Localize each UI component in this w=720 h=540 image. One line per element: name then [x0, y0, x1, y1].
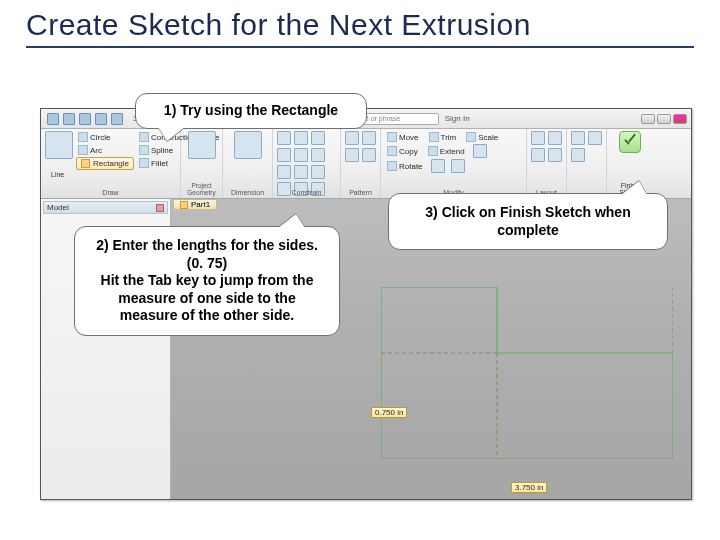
finish-sketch-button[interactable] [619, 131, 641, 153]
group-label-constrain: Constrain [277, 189, 336, 196]
signin-link[interactable]: Sign In [445, 114, 470, 123]
dimension-label: Dimension [231, 189, 264, 196]
pattern-icon[interactable] [345, 131, 359, 145]
move-tool[interactable]: Move [385, 131, 421, 143]
constraint-icon[interactable] [311, 165, 325, 179]
modify-icon[interactable] [431, 159, 445, 173]
canvas-tab-part1[interactable]: Part1 [173, 199, 217, 210]
layout-icon[interactable] [531, 148, 545, 162]
qat-icon[interactable] [63, 113, 75, 125]
constraint-icon[interactable] [294, 165, 308, 179]
qat-icon[interactable] [79, 113, 91, 125]
pattern-icon[interactable] [362, 148, 376, 162]
qat-icon[interactable] [111, 113, 123, 125]
constraint-icon[interactable] [294, 148, 308, 162]
line-tool[interactable] [45, 131, 73, 159]
extend-tool[interactable]: Extend [426, 144, 467, 158]
pattern-icon[interactable] [362, 131, 376, 145]
constraint-icon[interactable] [277, 148, 291, 162]
qat-icon[interactable] [95, 113, 107, 125]
close-button[interactable] [673, 114, 687, 124]
minimize-button[interactable] [641, 114, 655, 124]
sketch-geometry: 0.750 in 3.750 in [381, 287, 673, 459]
insert-icon[interactable] [571, 148, 585, 162]
constraint-icon[interactable] [311, 148, 325, 162]
trim-tool[interactable]: Trim [427, 131, 459, 143]
close-panel-icon[interactable] [156, 204, 164, 212]
modify-icon[interactable] [451, 159, 465, 173]
layout-icon[interactable] [531, 131, 545, 145]
rectangle-tool[interactable]: Rectangle [76, 157, 134, 170]
dimension-tool[interactable] [234, 131, 262, 159]
insert-icon[interactable] [588, 131, 602, 145]
app-icon [47, 113, 59, 125]
maximize-button[interactable] [657, 114, 671, 124]
dimension-value-2[interactable]: 3.750 in [511, 482, 547, 493]
model-browser-header[interactable]: Model [43, 201, 168, 214]
scale-tool[interactable]: Scale [464, 131, 500, 143]
modify-icon[interactable] [473, 144, 487, 158]
constraint-icon[interactable] [311, 131, 325, 145]
group-label-draw: Draw [45, 189, 176, 196]
insert-icon[interactable] [571, 131, 585, 145]
constraint-icon[interactable] [277, 165, 291, 179]
pattern-icon[interactable] [345, 148, 359, 162]
circle-tool[interactable]: Circle [76, 131, 134, 143]
project-geometry-tool[interactable] [188, 131, 216, 159]
constraint-icon[interactable] [294, 131, 308, 145]
dimension-value-1[interactable]: 0.750 in [371, 407, 407, 418]
layout-icon[interactable] [548, 131, 562, 145]
arc-tool[interactable]: Arc [76, 144, 134, 156]
constraint-icon[interactable] [277, 131, 291, 145]
rotate-tool[interactable]: Rotate [385, 159, 425, 173]
group-label-pattern: Pattern [345, 189, 376, 196]
callout-2: 2) Enter the lengths for the sides. (0. … [74, 226, 340, 336]
callout-3: 3) Click on Finish Sketch when complete [388, 193, 668, 250]
page-title: Create Sketch for the Next Extrusion [26, 8, 694, 42]
copy-tool[interactable]: Copy [385, 144, 420, 158]
callout-1: 1) Try using the Rectangle [135, 93, 367, 129]
ribbon: Circle Arc Rectangle Construction Curve … [41, 129, 691, 199]
project-geometry-label: Project Geometry [185, 183, 218, 196]
layout-icon[interactable] [548, 148, 562, 162]
